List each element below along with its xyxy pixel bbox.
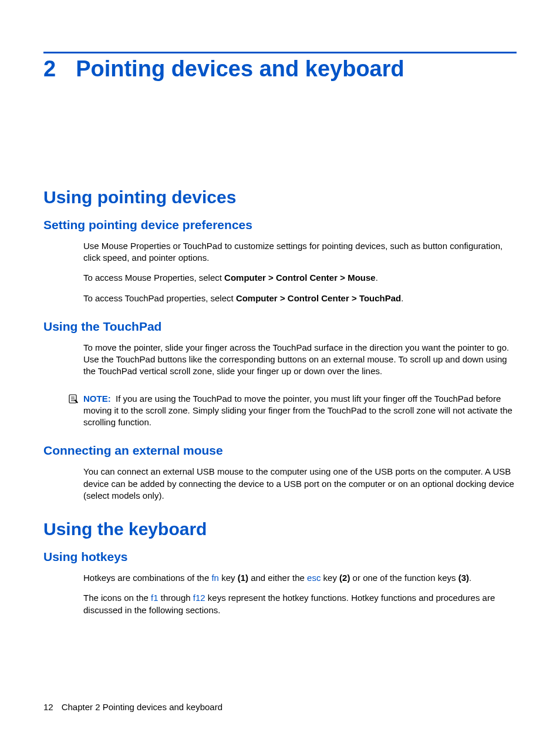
page: 2 Pointing devices and keyboard Using po… [0, 0, 560, 746]
subsection-setting-preferences: Setting pointing device preferences [43, 218, 517, 232]
chapter-number: 2 [43, 57, 56, 82]
text: The icons on the [83, 593, 151, 603]
menu-path: Computer > Control Center > Mouse [224, 273, 376, 283]
page-number: 12 [43, 702, 53, 712]
note-label: NOTE: [83, 394, 111, 404]
text: or one of the function keys [350, 573, 458, 583]
paragraph: The icons on the f1 through f12 keys rep… [83, 592, 517, 616]
body-using-hotkeys: Hotkeys are combinations of the fn key (… [83, 572, 517, 616]
keycap-f12: f12 [193, 593, 205, 603]
paragraph: Use Mouse Properties or TouchPad to cust… [83, 240, 517, 264]
paragraph: To access Mouse Properties, select Compu… [83, 272, 517, 284]
text: key [219, 573, 238, 583]
text: To access Mouse Properties, select [83, 273, 224, 283]
text: If you are using the TouchPad to move th… [83, 394, 512, 428]
text: and either the [248, 573, 307, 583]
text: key [321, 573, 339, 583]
chapter-title: Pointing devices and keyboard [76, 57, 404, 82]
note-icon [68, 394, 79, 406]
paragraph: Hotkeys are combinations of the fn key (… [83, 572, 517, 584]
keycap-fn: fn [211, 573, 219, 583]
callout-1: (1) [238, 573, 248, 583]
subsection-using-touchpad: Using the TouchPad [43, 320, 517, 334]
section-using-keyboard: Using the keyboard [43, 519, 517, 539]
footer-chapter-ref: Chapter 2 Pointing devices and keyboard [62, 702, 222, 712]
text: Hotkeys are combinations of the [83, 573, 211, 583]
callout-3: (3) [458, 573, 469, 583]
text: . [376, 273, 378, 283]
text: through [158, 593, 193, 603]
text: . [401, 293, 403, 303]
paragraph: To access TouchPad properties, select Co… [83, 293, 517, 304]
paragraph: To move the pointer, slide your finger a… [83, 342, 517, 378]
body-using-touchpad: To move the pointer, slide your finger a… [83, 342, 517, 378]
paragraph: You can connect an external USB mouse to… [83, 466, 517, 502]
keycap-esc: esc [307, 573, 321, 583]
menu-path: Computer > Control Center > TouchPad [236, 293, 401, 303]
keycap-f1: f1 [151, 593, 158, 603]
text: To access TouchPad properties, select [83, 293, 236, 303]
body-external-mouse: You can connect an external USB mouse to… [83, 466, 517, 502]
note-text: NOTE: If you are using the TouchPad to m… [83, 393, 517, 429]
chapter-rule [43, 52, 517, 53]
chapter-heading: 2 Pointing devices and keyboard [43, 57, 517, 82]
subsection-external-mouse: Connecting an external mouse [43, 443, 517, 458]
subsection-using-hotkeys: Using hotkeys [43, 550, 517, 564]
section-using-pointing-devices: Using pointing devices [43, 187, 517, 207]
text: . [469, 573, 471, 583]
callout-2: (2) [339, 573, 350, 583]
page-footer: 12Chapter 2 Pointing devices and keyboar… [43, 702, 222, 712]
note: NOTE: If you are using the TouchPad to m… [68, 393, 517, 429]
body-setting-preferences: Use Mouse Properties or TouchPad to cust… [83, 240, 517, 304]
